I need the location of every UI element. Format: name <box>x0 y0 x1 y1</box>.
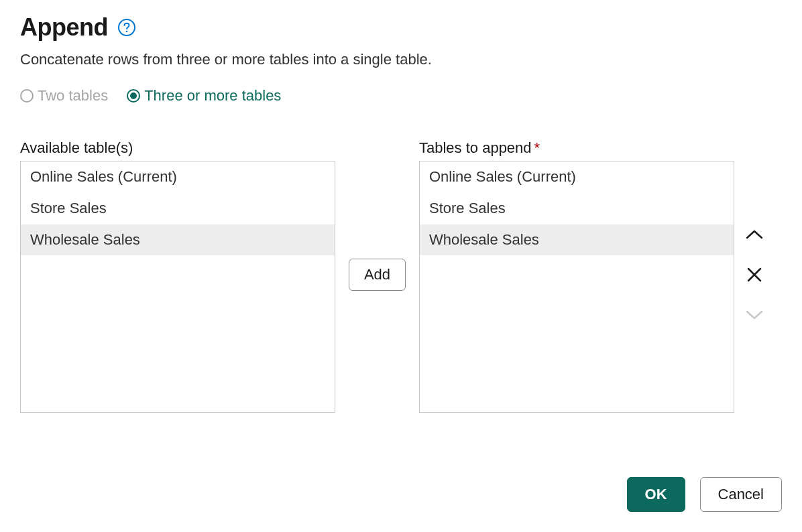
available-table-item[interactable]: Store Sales <box>21 193 335 224</box>
move-down-button[interactable] <box>744 304 765 326</box>
radio-two-tables[interactable]: Two tables <box>20 87 108 105</box>
radio-icon <box>20 89 34 103</box>
label-text: Tables to append <box>419 139 532 156</box>
tables-to-append-listbox[interactable]: Online Sales (Current)Store SalesWholesa… <box>419 161 734 413</box>
available-tables-label: Available table(s) <box>20 139 335 157</box>
title-row: Append <box>20 13 782 42</box>
append-dialog: Append Concatenate rows from three or mo… <box>0 0 802 532</box>
add-button[interactable]: Add <box>349 259 406 291</box>
cancel-button[interactable]: Cancel <box>700 477 782 512</box>
ok-button[interactable]: OK <box>627 477 685 512</box>
available-table-item[interactable]: Online Sales (Current) <box>21 161 335 193</box>
append-table-item[interactable]: Online Sales (Current) <box>420 161 734 193</box>
chevron-up-icon <box>745 228 764 241</box>
radio-label: Two tables <box>38 87 108 105</box>
available-tables-listbox[interactable]: Online Sales (Current)Store SalesWholesa… <box>20 161 335 413</box>
add-column: Add <box>335 139 419 410</box>
dialog-footer: OK Cancel <box>627 477 782 512</box>
move-up-button[interactable] <box>744 224 765 245</box>
available-tables-column: Available table(s) Online Sales (Current… <box>20 139 335 413</box>
chevron-down-icon <box>745 309 764 321</box>
radio-three-or-more-tables[interactable]: Three or more tables <box>127 87 281 105</box>
svg-point-1 <box>126 31 128 33</box>
required-asterisk: * <box>534 139 540 156</box>
dialog-subtitle: Concatenate rows from three or more tabl… <box>20 51 782 68</box>
tables-to-append-label: Tables to append* <box>419 139 734 157</box>
tables-to-append-column: Tables to append* Online Sales (Current)… <box>419 139 734 413</box>
append-table-item[interactable]: Store Sales <box>420 193 734 224</box>
available-table-item[interactable]: Wholesale Sales <box>21 224 335 256</box>
help-icon[interactable] <box>117 18 136 37</box>
close-icon <box>746 266 763 283</box>
radio-icon <box>127 89 140 103</box>
reorder-controls <box>734 139 775 410</box>
tables-columns: Available table(s) Online Sales (Current… <box>20 139 782 413</box>
radio-label: Three or more tables <box>144 87 281 105</box>
table-count-radio-group: Two tables Three or more tables <box>20 87 782 105</box>
remove-button[interactable] <box>744 264 765 285</box>
dialog-title: Append <box>20 13 108 42</box>
append-table-item[interactable]: Wholesale Sales <box>420 224 734 256</box>
